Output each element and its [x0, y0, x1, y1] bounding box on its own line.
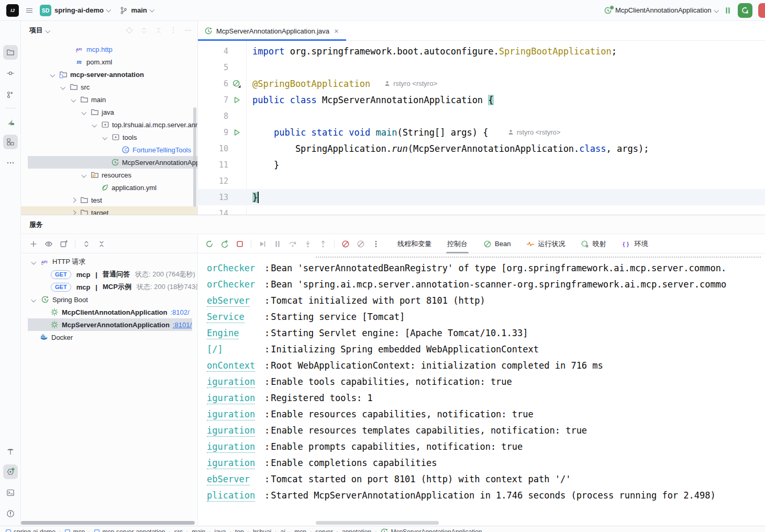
run-line-icon[interactable]: [232, 96, 241, 104]
problems-toolwindow-icon[interactable]: [3, 506, 18, 521]
services-tree-scrollbar[interactable]: [21, 521, 195, 525]
breadcrumb-item-main[interactable]: main: [192, 528, 205, 532]
tree-chevron-down[interactable]: [48, 73, 57, 76]
console-class-link[interactable]: Engine: [207, 328, 239, 339]
tree-chevron-down[interactable]: [90, 123, 98, 127]
more-toolwindows-icon[interactable]: [3, 156, 18, 170]
tree-chevron-down[interactable]: [69, 98, 77, 102]
project-tree-item-pom-xml[interactable]: mpom.xml: [21, 56, 197, 68]
locate-file-icon[interactable]: [125, 26, 134, 35]
project-tree-item-src[interactable]: src: [21, 81, 197, 93]
project-tree-item-application-yml[interactable]: application.yml: [21, 181, 197, 194]
console-output[interactable]: orChecker: Bean 'serverAnnotatedBeanRegi…: [198, 253, 765, 519]
intellij-logo[interactable]: IJ: [6, 4, 19, 17]
tree-chevron-right[interactable]: [69, 211, 77, 215]
breadcrumb-item-mcp-server-annotation[interactable]: mcp-server-annotation: [94, 528, 165, 532]
project-tree-item-mcp-http[interactable]: APImcp.http: [21, 43, 197, 56]
step-into-icon[interactable]: [304, 240, 312, 248]
services-item-mcp[interactable]: GETmcp|MCP示例状态: 200 (18秒743毫秒): [21, 281, 197, 293]
expand-all-icon[interactable]: [82, 240, 91, 248]
code-area[interactable]: 4import org.springframework.boot.autocon…: [198, 41, 765, 215]
step-out-icon[interactable]: [319, 240, 327, 248]
resume-icon[interactable]: [258, 240, 267, 248]
tree-chevron-down[interactable]: [80, 110, 88, 114]
console-tab-bean[interactable]: Bean: [482, 235, 512, 253]
console-class-link[interactable]: plication: [207, 490, 255, 502]
console-class-link[interactable]: iguration: [207, 425, 255, 437]
project-tree-item-top-lrshuai-ai-mcp-server-annot[interactable]: top.lrshuai.ai.mcp.server.annot: [21, 118, 197, 131]
console-scrollbar[interactable]: [316, 521, 439, 525]
project-widget[interactable]: SD spring-ai-demo: [40, 5, 110, 16]
pull-requests-icon[interactable]: [3, 87, 18, 102]
commit-toolwindow-icon[interactable]: [3, 66, 18, 81]
tree-chevron-down[interactable]: [80, 173, 88, 177]
open-in-new-tab-icon[interactable]: [60, 240, 68, 248]
services-item-http[interactable]: APIHTTP 请求: [21, 256, 197, 268]
pause-icon[interactable]: [273, 240, 282, 248]
application-port-link[interactable]: :8102/: [170, 308, 189, 316]
console-class-link[interactable]: iguration: [207, 376, 255, 388]
console-class-link[interactable]: ebServer: [207, 295, 250, 307]
breadcrumb-item-mcpserverannotationapplication[interactable]: McpServerAnnotationApplication: [380, 528, 482, 532]
expand-all-icon[interactable]: [140, 26, 148, 35]
project-tree-item-java[interactable]: java: [21, 106, 197, 118]
services-toolwindow-icon[interactable]: [3, 135, 18, 149]
tree-chevron-down[interactable]: [29, 298, 38, 302]
console-class-link[interactable]: iguration: [207, 409, 255, 420]
services-item-mcpclientannotationapplication[interactable]: McpClientAnnotationApplication:8102/: [21, 306, 197, 318]
console-tab-item[interactable]: 线程和变量: [396, 235, 433, 253]
update-application-icon[interactable]: [220, 240, 229, 248]
close-tab-icon[interactable]: [333, 28, 340, 35]
console-tab-item[interactable]: { }环境: [620, 235, 649, 253]
application-port-link[interactable]: :8101/: [173, 321, 192, 329]
tree-chevron-down[interactable]: [101, 136, 109, 139]
project-tree-item-tools[interactable]: tools: [21, 131, 197, 143]
collapse-all-icon[interactable]: [154, 26, 163, 35]
console-class-link[interactable]: iguration: [207, 393, 255, 404]
console-tab-item[interactable]: 控制台: [446, 235, 469, 253]
stop-icon[interactable]: [236, 240, 244, 248]
services-item-spring-boot[interactable]: Spring Boot: [21, 293, 197, 306]
breadcrumb-item-lrshuai[interactable]: lrshuai: [253, 528, 271, 532]
tree-chevron-down[interactable]: [29, 260, 38, 264]
breadcrumb-item-java[interactable]: java: [215, 528, 226, 532]
breadcrumb-item-annotation[interactable]: annotation: [342, 528, 371, 532]
project-tree-item-mcpserverannotationapplic[interactable]: McpServerAnnotationApplic: [21, 156, 197, 169]
mute-breakpoints-icon[interactable]: [341, 240, 350, 248]
tree-chevron-down[interactable]: [59, 85, 67, 89]
project-tree-item-main[interactable]: main: [21, 93, 197, 106]
project-tree-item-target[interactable]: target: [21, 206, 197, 215]
editor-tab[interactable]: McpServerAnnotationApplication.java: [198, 21, 346, 41]
pause-output-button[interactable]: [724, 6, 732, 15]
breakpoints-disabled-icon[interactable]: [357, 240, 365, 248]
project-toolwindow-icon[interactable]: [3, 45, 18, 60]
console-class-link[interactable]: ebServer: [207, 474, 250, 485]
breadcrumb-item-top[interactable]: top: [235, 528, 244, 532]
breadcrumb-item-mcp[interactable]: mcp: [294, 528, 306, 532]
main-menu-icon[interactable]: [25, 6, 34, 15]
tree-chevron-right[interactable]: [69, 198, 77, 202]
stop-button[interactable]: [758, 3, 765, 18]
run-configuration-selector[interactable]: McpClientAnnotationApplication: [604, 6, 718, 15]
project-tree-item-fortunetellingtools[interactable]: CFortuneTellingTools: [21, 143, 197, 156]
console-class-link[interactable]: iguration: [207, 458, 255, 469]
run-toolwindow-icon[interactable]: [3, 464, 18, 479]
add-service-icon[interactable]: [29, 240, 38, 248]
console-class-link[interactable]: Service: [207, 312, 245, 323]
hide-panel-icon[interactable]: [184, 26, 192, 35]
project-tree-item-test[interactable]: test: [21, 194, 197, 206]
console-tab-item[interactable]: 运行状况: [525, 235, 566, 253]
services-item-item[interactable]: GETmcp|普通问答状态: 200 (764毫秒): [21, 268, 197, 281]
console-class-link[interactable]: iguration: [207, 441, 255, 453]
running-app-gutter-icon[interactable]: [232, 80, 241, 88]
console-class-link[interactable]: onContext: [207, 360, 255, 372]
console-tab-item[interactable]: 映射: [580, 235, 607, 253]
collapse-all-icon[interactable]: [97, 240, 106, 248]
view-options-icon[interactable]: [45, 240, 53, 248]
rerun-icon[interactable]: [205, 240, 214, 248]
breadcrumb-item-src[interactable]: src: [174, 528, 183, 532]
branch-widget[interactable]: main: [119, 6, 153, 15]
services-item-mcpserverannotationapplication[interactable]: McpServerAnnotationApplication:8101/: [21, 318, 197, 331]
terminal-toolwindow-icon[interactable]: [3, 485, 18, 500]
jrebel-icon[interactable]: JR: [3, 114, 18, 129]
